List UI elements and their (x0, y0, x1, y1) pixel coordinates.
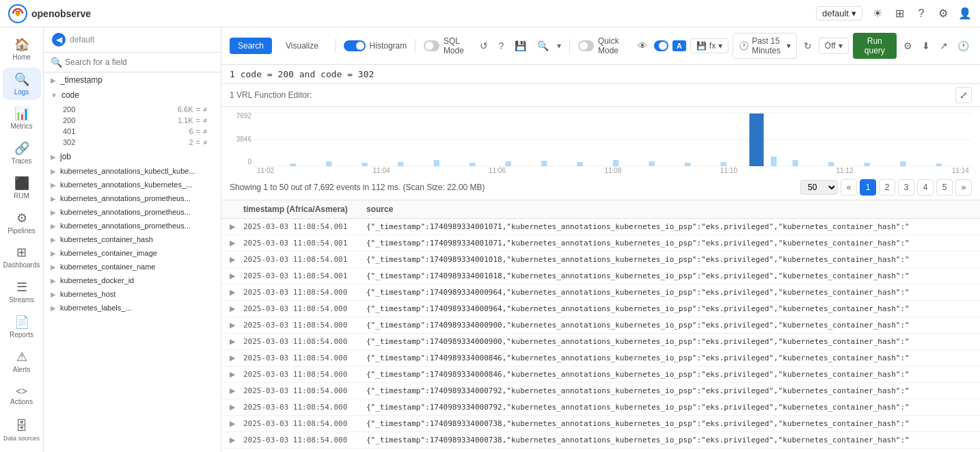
histogram-toggle[interactable] (344, 40, 366, 51)
field-item-code[interactable]: ▼ code (44, 88, 221, 103)
sidebar-item-actions[interactable]: <> Actions (3, 380, 41, 412)
eq-btn[interactable]: = (196, 138, 200, 146)
row-expand-button[interactable]: ▶ (230, 337, 243, 346)
grid-icon[interactable]: ⊞ (893, 7, 906, 21)
field-item-k8s-container-name[interactable]: ▶ kubernetes_container_name (44, 260, 221, 274)
row-expand-button[interactable]: ▶ (230, 288, 243, 297)
table-row: ▶ 2025-03-03 11:08:54.000 {"_timestamp":… (221, 284, 980, 301)
chevron-down-icon: ▾ (852, 8, 856, 18)
download-icon-button[interactable]: ⬇ (919, 38, 933, 54)
user-icon[interactable]: 👤 (958, 7, 972, 21)
field-item-k8s-annotations-prometheus2[interactable]: ▶ kubernetes_annotations_prometheus... (44, 205, 221, 219)
field-item-k8s-docker-id[interactable]: ▶ kubernetes_docker_id (44, 274, 221, 287)
neq-btn[interactable]: ≠ (203, 105, 207, 114)
field-item-k8s-annotations-k8s[interactable]: ▶ kubernetes_annotations_kubernetes_... (44, 178, 221, 191)
field-search-input[interactable] (65, 57, 214, 67)
eq-btn[interactable]: = (196, 105, 200, 114)
page-size-select[interactable]: 50 100 200 (800, 180, 838, 195)
eq-btn[interactable]: = (196, 127, 200, 135)
sidebar-item-rum[interactable]: ⬛ RUM (3, 172, 41, 204)
filter-icon-button[interactable]: 👁 (635, 38, 650, 54)
sql-mode-toggle[interactable] (424, 40, 439, 51)
row-expand-button[interactable]: ▶ (230, 370, 243, 379)
fx-icon: 💾 (696, 41, 707, 51)
field-item-k8s-annotations-prometheus1[interactable]: ▶ kubernetes_annotations_prometheus... (44, 191, 221, 205)
table-body: ▶ 2025-03-03 11:08:54.001 {"_timestamp":… (221, 219, 980, 452)
page-2-button[interactable]: 2 (879, 179, 895, 196)
sidebar-item-traces[interactable]: 🔗 Traces (3, 137, 41, 169)
table-header: timestamp (Africa/Asmera) source (221, 200, 980, 219)
row-expand-button[interactable]: ▶ (230, 304, 243, 313)
row-expand-button[interactable]: ▶ (230, 321, 243, 330)
refresh-button[interactable]: ↻ (801, 38, 815, 54)
row-expand-button[interactable]: ▶ (230, 403, 243, 412)
share-icon-button[interactable]: ⚙ (901, 38, 915, 54)
sidebar-item-reports[interactable]: 📄 Reports (3, 310, 41, 343)
visualize-button[interactable]: Visualize (277, 38, 327, 54)
row-expand-button[interactable]: ▶ (230, 354, 243, 362)
field-panel: ◀ default 🔍 ▶ _timestamp ▼ code (44, 27, 221, 452)
neq-btn[interactable]: ≠ (203, 127, 207, 135)
row-expand-button[interactable]: ▶ (230, 419, 243, 428)
field-item-k8s-labels[interactable]: ▶ kubernetes_labels_... (44, 301, 221, 315)
field-item-job[interactable]: ▶ job (44, 149, 221, 164)
row-source: {"_timestamp":1740989334000900,"kubernet… (366, 321, 972, 330)
sidebar-item-pipelines[interactable]: ⚙ Pipelines (3, 207, 41, 239)
sidebar-item-home[interactable]: 🏠 Home (3, 33, 41, 65)
help-icon[interactable]: ? (914, 7, 928, 21)
last-page-button[interactable]: » (955, 179, 972, 196)
first-page-button[interactable]: « (841, 179, 857, 196)
ai-badge: A (672, 40, 686, 51)
refresh-icon-button[interactable]: ↺ (477, 38, 491, 54)
field-item-k8s-annotations-kubectl[interactable]: ▶ kubernetes_annotations_kubectl_kube... (44, 164, 221, 178)
page-1-button[interactable]: 1 (860, 179, 876, 196)
field-item-timestamp[interactable]: ▶ _timestamp (44, 72, 221, 88)
row-source: {"_timestamp":1740989334000964,"kubernet… (366, 288, 972, 297)
page-5-button[interactable]: 5 (936, 179, 953, 196)
expand-vrl-button[interactable]: ⤢ (955, 87, 972, 103)
row-expand-button[interactable]: ▶ (230, 271, 243, 280)
history-icon-button[interactable]: 🕐 (955, 38, 972, 54)
row-expand-button[interactable]: ▶ (230, 239, 243, 248)
collapse-panel-button[interactable]: ◀ (52, 33, 66, 46)
search-button[interactable]: Search (230, 38, 272, 54)
save-button[interactable]: 💾 (512, 38, 529, 54)
traces-icon: 🔗 (14, 141, 29, 156)
ai-toggle[interactable] (654, 40, 668, 51)
field-name: kubernetes_container_hash (60, 235, 153, 243)
row-expand-button[interactable]: ▶ (230, 436, 243, 444)
dropdown-arrow[interactable]: ▾ (557, 41, 561, 51)
field-item-k8s-annotations-prometheus3[interactable]: ▶ kubernetes_annotations_prometheus... (44, 219, 221, 232)
neq-btn[interactable]: ≠ (203, 138, 207, 146)
sidebar-item-data-sources[interactable]: 🗄 Data sources (3, 414, 41, 447)
eq-btn[interactable]: = (196, 116, 200, 124)
settings-icon[interactable]: ⚙ (936, 7, 950, 21)
row-source: {"_timestamp":1740989334001071,"kubernet… (366, 239, 972, 248)
page-4-button[interactable]: 4 (917, 179, 934, 196)
help-query-button[interactable]: ? (496, 38, 507, 54)
sun-icon[interactable]: ☀ (871, 7, 884, 21)
export-icon-button[interactable]: ↗ (937, 38, 951, 54)
field-item-k8s-host[interactable]: ▶ kubernetes_host (44, 287, 221, 301)
row-expand-button[interactable]: ▶ (230, 222, 243, 231)
field-item-k8s-container-image[interactable]: ▶ kubernetes_container_image (44, 246, 221, 260)
row-expand-button[interactable]: ▶ (230, 255, 243, 264)
chevron-right-icon: ▶ (51, 277, 56, 284)
sidebar-label-traces: Traces (11, 157, 31, 165)
row-expand-button[interactable]: ▶ (230, 386, 243, 395)
org-selector[interactable]: default ▾ (816, 6, 862, 21)
run-query-button[interactable]: Run query (853, 33, 897, 59)
quick-mode-toggle[interactable] (578, 40, 594, 51)
sidebar-item-dashboards[interactable]: ⊞ Dashboards (3, 241, 41, 274)
neq-btn[interactable]: ≠ (203, 116, 207, 124)
page-3-button[interactable]: 3 (898, 179, 914, 196)
search-query-button[interactable]: 🔍 (534, 38, 552, 54)
sidebar-item-streams[interactable]: ☰ Streams (3, 276, 41, 308)
sidebar-item-logs[interactable]: 🔍 Logs (3, 68, 41, 100)
fx-selector[interactable]: 💾 fx ▾ (690, 38, 729, 53)
field-item-k8s-container-hash[interactable]: ▶ kubernetes_container_hash (44, 232, 221, 246)
sidebar-item-alerts[interactable]: ⚠ Alerts (3, 345, 41, 377)
auto-refresh-selector[interactable]: Off ▾ (819, 38, 849, 54)
time-range-selector[interactable]: 🕐 Past 15 Minutes ▾ (733, 33, 797, 59)
sidebar-item-metrics[interactable]: 📊 Metrics (3, 103, 41, 135)
